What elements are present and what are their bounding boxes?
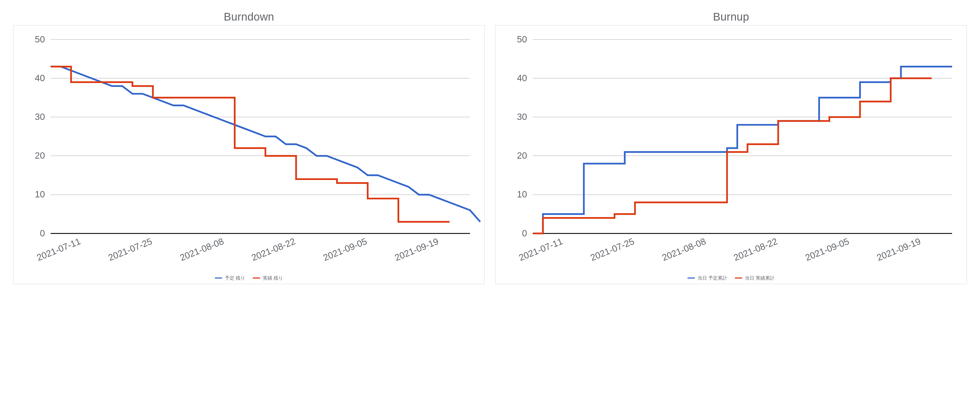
- burnup-chart-box: 010203040502021-07-112021-07-252021-08-0…: [495, 25, 967, 284]
- legend-item: 実績 残り: [253, 275, 283, 281]
- svg-text:50: 50: [35, 34, 45, 44]
- legend-swatch: [215, 278, 222, 278]
- series-実績 残り: [51, 67, 449, 222]
- svg-text:2021-08-22: 2021-08-22: [250, 236, 297, 263]
- svg-text:30: 30: [35, 112, 45, 122]
- legend-item: 当日 予定累計: [687, 275, 727, 281]
- svg-text:50: 50: [517, 34, 527, 44]
- legend-label: 当日 予定累計: [697, 275, 727, 281]
- svg-text:2021-07-25: 2021-07-25: [589, 236, 636, 263]
- svg-text:2021-09-05: 2021-09-05: [804, 236, 850, 263]
- legend-swatch: [735, 278, 742, 278]
- charts-row: Burndown 010203040502021-07-112021-07-25…: [0, 0, 980, 297]
- svg-text:40: 40: [517, 73, 527, 83]
- svg-text:2021-08-08: 2021-08-08: [178, 236, 225, 263]
- svg-text:0: 0: [40, 228, 45, 238]
- burnup-panel: Burnup 010203040502021-07-112021-07-2520…: [495, 11, 967, 284]
- burnup-title: Burnup: [713, 11, 749, 23]
- legend-item: 当日 実績累計: [735, 275, 775, 281]
- series-予定 残り: [51, 67, 480, 222]
- svg-text:2021-09-19: 2021-09-19: [875, 236, 922, 263]
- burndown-chart-svg: 010203040502021-07-112021-07-252021-08-0…: [17, 29, 481, 273]
- svg-text:2021-07-25: 2021-07-25: [107, 236, 153, 263]
- legend-swatch: [253, 278, 260, 278]
- burndown-chart-box: 010203040502021-07-112021-07-252021-08-0…: [13, 25, 485, 284]
- svg-text:10: 10: [517, 189, 527, 199]
- legend-item: 予定 残り: [215, 275, 245, 281]
- legend-swatch: [687, 278, 695, 278]
- svg-text:2021-07-11: 2021-07-11: [517, 236, 564, 263]
- burndown-panel: Burndown 010203040502021-07-112021-07-25…: [13, 11, 485, 284]
- svg-text:2021-07-11: 2021-07-11: [35, 236, 82, 263]
- burnup-legend: 当日 予定累計当日 実績累計: [499, 275, 963, 281]
- burndown-legend: 予定 残り実績 残り: [17, 275, 481, 281]
- svg-text:2021-09-19: 2021-09-19: [393, 236, 440, 263]
- svg-text:2021-09-05: 2021-09-05: [322, 236, 368, 263]
- burnup-chart-svg: 010203040502021-07-112021-07-252021-08-0…: [499, 29, 963, 273]
- legend-label: 当日 実績累計: [745, 275, 775, 281]
- series-当日 予定累計: [533, 67, 952, 233]
- svg-text:2021-08-22: 2021-08-22: [732, 236, 779, 263]
- svg-text:10: 10: [35, 189, 45, 199]
- svg-text:40: 40: [35, 73, 45, 83]
- svg-text:30: 30: [517, 112, 527, 122]
- burndown-title: Burndown: [224, 11, 274, 23]
- legend-label: 実績 残り: [263, 275, 283, 281]
- svg-text:0: 0: [522, 228, 527, 238]
- svg-text:20: 20: [35, 150, 45, 160]
- svg-text:20: 20: [517, 150, 527, 160]
- legend-label: 予定 残り: [225, 275, 245, 281]
- svg-text:2021-08-08: 2021-08-08: [660, 236, 707, 263]
